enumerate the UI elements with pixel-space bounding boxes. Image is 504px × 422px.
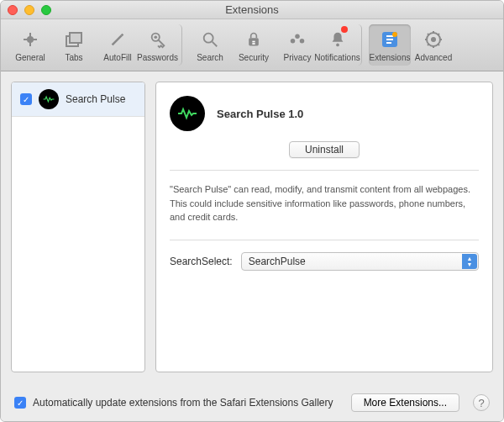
minimize-button[interactable]: [24, 5, 34, 15]
window-title: Extensions: [8, 3, 496, 16]
extension-icon: [39, 89, 59, 109]
notification-badge: [341, 26, 348, 33]
tab-label: Search: [197, 53, 223, 62]
tab-advanced[interactable]: Advanced: [412, 24, 454, 66]
extension-large-icon: [170, 96, 205, 131]
uninstall-button[interactable]: Uninstall: [289, 141, 360, 158]
titlebar: Extensions: [1, 1, 503, 19]
tab-label: AutoFill: [103, 53, 131, 62]
privacy-icon: [286, 28, 309, 51]
passwords-icon: [146, 28, 170, 51]
tab-extensions[interactable]: Extensions: [369, 24, 411, 66]
auto-update-checkbox[interactable]: ✓: [14, 397, 26, 409]
preferences-window: Extensions General Tabs AutoFill Passwor…: [0, 0, 504, 422]
extension-description: "Search Pulse" can read, modify, and tra…: [170, 182, 479, 224]
svg-rect-10: [252, 41, 255, 43]
svg-point-19: [431, 37, 436, 42]
tab-security[interactable]: Security: [233, 24, 275, 66]
svg-point-12: [295, 34, 300, 40]
svg-rect-4: [70, 33, 81, 43]
traffic-lights: [8, 5, 51, 15]
bottom-bar: ✓ Automatically update extensions from t…: [1, 384, 503, 421]
svg-rect-2: [29, 33, 31, 46]
svg-line-8: [213, 42, 218, 47]
svg-point-17: [392, 32, 397, 37]
tab-label: Extensions: [370, 53, 411, 62]
zoom-button[interactable]: [41, 5, 51, 15]
tab-label: Notifications: [314, 53, 360, 62]
security-icon: [242, 28, 265, 51]
extensions-icon: [378, 28, 402, 51]
general-icon: [18, 28, 42, 51]
svg-rect-11: [252, 43, 255, 45]
more-extensions-button[interactable]: More Extensions...: [351, 393, 459, 412]
tab-label: Tabs: [65, 53, 82, 62]
select-row: SearchSelect: SearchPulse ▲▼: [170, 252, 479, 271]
help-button[interactable]: ?: [473, 394, 490, 411]
svg-point-15: [336, 44, 339, 47]
svg-point-13: [291, 39, 296, 44]
extension-detail: Search Pulse 1.0 Uninstall "Search Pulse…: [155, 82, 493, 372]
extension-checkbox[interactable]: ✓: [20, 93, 32, 105]
tab-privacy[interactable]: Privacy: [276, 24, 318, 66]
extension-item[interactable]: ✓ Search Pulse: [12, 82, 144, 117]
search-select-dropdown[interactable]: SearchPulse ▲▼: [241, 252, 479, 271]
divider: [170, 170, 479, 171]
advanced-icon: [422, 28, 445, 51]
extension-title: Search Pulse 1.0: [217, 108, 303, 120]
content-area: ✓ Search Pulse Search Pulse 1.0 Uninstal…: [1, 71, 503, 382]
detail-header: Search Pulse 1.0: [170, 96, 479, 131]
divider: [170, 240, 479, 240]
search-icon: [198, 28, 222, 51]
tab-passwords[interactable]: Passwords: [140, 24, 182, 66]
preferences-toolbar: General Tabs AutoFill Passwords Search: [1, 19, 503, 71]
auto-update-label: Automatically update extensions from the…: [33, 397, 344, 409]
select-value: SearchPulse: [249, 256, 306, 267]
tab-label: Privacy: [284, 53, 312, 62]
tab-label: Security: [239, 53, 269, 62]
tab-notifications[interactable]: Notifications: [320, 24, 362, 66]
tab-tabs[interactable]: Tabs: [53, 24, 95, 66]
tab-label: Advanced: [415, 53, 452, 62]
svg-point-14: [300, 39, 305, 44]
close-button[interactable]: [8, 5, 18, 15]
tab-label: Passwords: [137, 53, 178, 62]
tab-label: General: [15, 53, 45, 62]
extensions-list: ✓ Search Pulse: [11, 82, 145, 372]
notifications-icon: [326, 28, 349, 51]
extension-name: Search Pulse: [66, 93, 125, 105]
chevron-updown-icon: ▲▼: [462, 254, 477, 269]
autofill-icon: [106, 28, 129, 51]
svg-point-7: [204, 34, 213, 43]
select-label: SearchSelect:: [170, 256, 233, 267]
tab-search[interactable]: Search: [189, 24, 231, 66]
svg-point-6: [154, 35, 157, 39]
tab-general[interactable]: General: [9, 24, 51, 66]
tabs-icon: [62, 28, 86, 51]
tab-autofill[interactable]: AutoFill: [97, 24, 139, 66]
